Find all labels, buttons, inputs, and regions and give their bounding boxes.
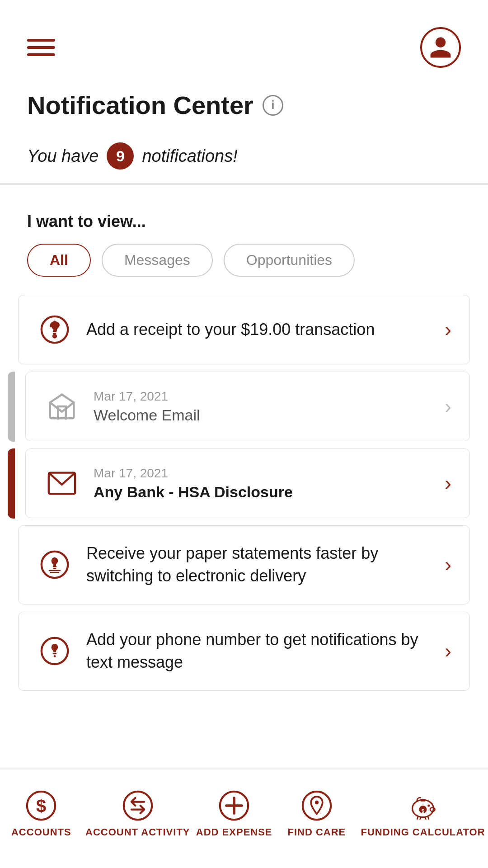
filter-messages-button[interactable]: Messages xyxy=(102,244,213,277)
funding-calculator-label: FUNDING CALCULATOR xyxy=(361,826,485,838)
notification-paper-content: Receive your paper statements faster by … xyxy=(86,542,431,588)
chevron-right-icon: › xyxy=(445,553,451,576)
add-expense-label: ADD EXPENSE xyxy=(196,826,272,838)
profile-icon xyxy=(428,35,453,60)
filter-all-button[interactable]: All xyxy=(27,244,91,277)
notification-paper-title: Receive your paper statements faster by … xyxy=(86,542,431,588)
notification-welcome-email[interactable]: Mar 17, 2021 Welcome Email › xyxy=(25,372,470,441)
page-title: Notification Center i xyxy=(27,90,461,120)
nav-account-activity[interactable]: ACCOUNT ACTIVITY xyxy=(85,790,190,838)
notification-paper-statements[interactable]: Receive your paper statements faster by … xyxy=(18,525,470,604)
chevron-right-icon: › xyxy=(445,472,451,495)
tip-icon-2 xyxy=(37,547,73,583)
menu-button[interactable] xyxy=(27,39,55,56)
find-care-icon xyxy=(301,790,332,821)
info-icon[interactable]: i xyxy=(263,95,283,116)
read-indicator xyxy=(8,372,15,442)
nav-add-expense[interactable]: ADD EXPENSE xyxy=(196,790,272,838)
filter-label: I want to view... xyxy=(27,212,461,231)
notifications-list: Add a receipt to your $19.00 transaction… xyxy=(0,286,488,707)
nav-funding-calculator[interactable]: $ FUNDING CALCULATOR xyxy=(361,790,485,838)
nav-find-care[interactable]: FIND CARE xyxy=(278,790,355,838)
notification-hsa-date: Mar 17, 2021 xyxy=(94,466,431,481)
filter-buttons: All Messages Opportunities xyxy=(27,244,461,277)
svg-point-21 xyxy=(315,800,319,804)
profile-button[interactable] xyxy=(420,27,461,68)
svg-point-16 xyxy=(124,792,152,820)
accounts-label: ACCOUNTS xyxy=(11,826,71,838)
notification-welcome-title: Welcome Email xyxy=(94,406,431,424)
notification-badge: 9 xyxy=(107,142,134,170)
accounts-icon: $ xyxy=(26,790,56,821)
notification-phone[interactable]: Add your phone number to get notificatio… xyxy=(18,612,470,691)
svg-line-29 xyxy=(420,817,421,819)
tip-icon xyxy=(37,311,73,348)
notification-welcome-date: Mar 17, 2021 xyxy=(94,389,431,404)
unread-indicator xyxy=(8,448,15,519)
chevron-right-icon: › xyxy=(445,318,451,341)
chevron-right-icon: › xyxy=(445,395,451,418)
filter-section: I want to view... All Messages Opportuni… xyxy=(0,198,488,286)
filter-opportunities-button[interactable]: Opportunities xyxy=(224,244,355,277)
notification-suffix: notifications! xyxy=(142,146,237,166)
header xyxy=(0,0,488,81)
tip-icon-3 xyxy=(37,633,73,669)
chevron-right-icon: › xyxy=(445,640,451,662)
svg-point-13 xyxy=(54,656,56,658)
svg-rect-12 xyxy=(53,653,57,655)
account-activity-label: ACCOUNT ACTIVITY xyxy=(85,826,190,838)
svg-rect-4 xyxy=(53,333,56,334)
envelope-icon xyxy=(44,465,80,501)
svg-text:$: $ xyxy=(422,808,425,814)
nav-accounts[interactable]: $ ACCOUNTS xyxy=(3,790,80,838)
notification-prefix: You have xyxy=(27,146,99,166)
account-activity-icon xyxy=(122,790,153,821)
svg-rect-3 xyxy=(53,331,57,332)
notification-receipt-content: Add a receipt to your $19.00 transaction xyxy=(86,318,431,341)
svg-point-20 xyxy=(303,792,331,820)
svg-point-2 xyxy=(53,335,56,338)
notification-hsa-content: Mar 17, 2021 Any Bank - HSA Disclosure xyxy=(94,466,431,501)
notification-receipt-title: Add a receipt to your $19.00 transaction xyxy=(86,318,431,341)
find-care-label: FIND CARE xyxy=(287,826,346,838)
svg-rect-6 xyxy=(53,566,57,567)
notification-receipt[interactable]: Add a receipt to your $19.00 transaction… xyxy=(18,295,470,364)
notification-welcome-content: Mar 17, 2021 Welcome Email xyxy=(94,389,431,424)
svg-rect-7 xyxy=(53,568,56,569)
svg-point-23 xyxy=(427,804,430,807)
svg-line-30 xyxy=(425,817,426,819)
envelope-open-icon xyxy=(44,388,80,425)
notification-hsa-title: Any Bank - HSA Disclosure xyxy=(94,483,431,501)
bottom-nav: $ ACCOUNTS ACCOUNT ACTIVITY ADD EXPENSE … xyxy=(0,769,488,868)
notification-hsa[interactable]: Mar 17, 2021 Any Bank - HSA Disclosure › xyxy=(25,448,470,518)
section-divider xyxy=(0,183,488,185)
svg-text:$: $ xyxy=(36,796,46,816)
title-section: Notification Center i xyxy=(0,81,488,133)
add-expense-icon xyxy=(219,790,249,821)
notification-phone-title: Add your phone number to get notificatio… xyxy=(86,628,431,674)
notification-count-row: You have 9 notifications! xyxy=(0,133,488,183)
funding-calculator-icon: $ xyxy=(408,790,438,821)
notification-phone-content: Add your phone number to get notificatio… xyxy=(86,628,431,674)
svg-point-24 xyxy=(430,807,435,811)
